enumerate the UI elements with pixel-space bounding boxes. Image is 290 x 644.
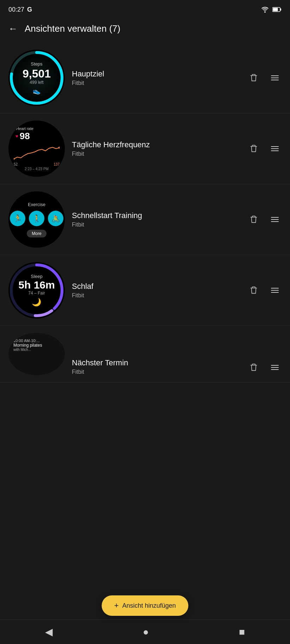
hr-max: 137: [54, 162, 60, 166]
sleep-value: 5h 16m: [18, 279, 55, 291]
battery-icon: [272, 7, 282, 12]
list-container: Steps 9,501 499 left 👟 Hauptziel Fitbit: [0, 43, 290, 418]
status-bar: 00:27 G: [0, 0, 290, 18]
hr-chart: [14, 143, 60, 162]
hr-label: Heart rate: [16, 126, 33, 131]
add-view-button[interactable]: + Ansicht hinzufügen: [101, 595, 189, 616]
list-item: Steps 9,501 499 left 👟 Hauptziel Fitbit: [0, 43, 290, 113]
list-item: Heart rate ♥ 98 52 137 2:23 – 4:23 PM Tä…: [0, 113, 290, 184]
item-actions: [246, 283, 282, 298]
steps-label: Steps: [23, 61, 51, 67]
google-icon: G: [27, 6, 32, 13]
delete-button[interactable]: [246, 360, 261, 375]
partial-event: Morning pilates: [13, 343, 60, 348]
item-actions: [246, 360, 282, 375]
status-time: 00:27: [8, 6, 24, 13]
item-subtitle: Fitbit: [72, 369, 239, 375]
watch-thumbnail-steps: Steps 9,501 499 left 👟: [8, 50, 65, 106]
delete-button[interactable]: [246, 212, 261, 227]
status-right: [261, 6, 282, 13]
item-info: Nächster Termin Fitbit: [72, 358, 239, 375]
svg-rect-1: [273, 8, 278, 11]
sleep-quality: 74 – Fair: [18, 291, 55, 296]
drag-handle[interactable]: [268, 362, 282, 373]
exercise-more-button[interactable]: More: [27, 230, 46, 237]
hr-value: 98: [20, 131, 30, 142]
plus-icon: +: [114, 601, 119, 610]
item-subtitle: Fitbit: [72, 80, 239, 86]
fab-label: Ansicht hinzufügen: [122, 602, 176, 609]
nav-recents-button[interactable]: ■: [228, 623, 255, 641]
sleep-moon-icon: 🌙: [18, 298, 55, 307]
drag-handle[interactable]: [268, 285, 282, 296]
drag-handle[interactable]: [268, 214, 282, 225]
svg-rect-2: [280, 8, 281, 11]
item-subtitle: Fitbit: [72, 292, 239, 299]
svg-point-6: [58, 147, 60, 149]
watch-thumbnail-heartrate: Heart rate ♥ 98 52 137 2:23 – 4:23 PM: [8, 120, 65, 177]
exercise-run-icon: 🏃: [10, 211, 25, 226]
watch-thumbnail-exercise: Exercise 🏃 🚶 🚴 More: [8, 191, 65, 248]
back-button[interactable]: ←: [8, 23, 18, 34]
delete-button[interactable]: [246, 70, 261, 86]
item-title: Hauptziel: [72, 69, 239, 79]
watch-thumbnail-partial: 10:00 AM-10:... Morning pilates with Mic…: [8, 333, 65, 375]
header: ← Ansichten verwalten (7): [0, 18, 290, 43]
item-title: Nächster Termin: [72, 358, 239, 367]
item-title: Schlaf: [72, 282, 239, 291]
drag-handle[interactable]: [268, 73, 282, 83]
steps-shoe-icon: 👟: [23, 87, 51, 95]
heart-icon: ♥: [16, 134, 18, 139]
delete-button[interactable]: [246, 283, 261, 298]
steps-left: 499 left: [23, 80, 51, 85]
status-left: 00:27 G: [8, 6, 32, 13]
item-actions: [246, 70, 282, 86]
list-item: 10:00 AM-10:... Morning pilates with Mic…: [0, 326, 290, 383]
item-actions: [246, 141, 282, 156]
item-subtitle: Fitbit: [72, 151, 239, 157]
nav-back-button[interactable]: ◀: [35, 623, 63, 641]
list-item: Exercise 🏃 🚶 🚴 More Schnellstart Trainin…: [0, 184, 290, 255]
fab-container: + Ansicht hinzufügen: [101, 595, 189, 616]
item-title: Tägliche Herzfrequenz: [72, 140, 239, 149]
sleep-label: Sleep: [18, 274, 55, 279]
exercise-bike-icon: 🚴: [48, 211, 63, 226]
hr-time: 2:23 – 4:23 PM: [25, 167, 49, 171]
partial-subevent: with Mich...: [13, 348, 60, 352]
item-actions: [246, 212, 282, 227]
wifi-icon: [261, 6, 269, 13]
item-info: Hauptziel Fitbit: [72, 69, 239, 86]
hr-min: 52: [14, 162, 18, 166]
nav-home-button[interactable]: ●: [132, 623, 160, 641]
bottom-nav: ◀ ● ■: [0, 619, 290, 644]
item-subtitle: Fitbit: [72, 222, 239, 228]
list-item: Sleep 5h 16m 74 – Fair 🌙 Schlaf Fitbit: [0, 255, 290, 326]
drag-handle[interactable]: [268, 143, 282, 154]
exercise-label: Exercise: [28, 202, 45, 207]
partial-time: 10:00 AM-10:...: [13, 339, 60, 343]
item-info: Schnellstart Training Fitbit: [72, 211, 239, 228]
item-title: Schnellstart Training: [72, 211, 239, 220]
exercise-walk-icon: 🚶: [29, 211, 44, 226]
item-info: Schlaf Fitbit: [72, 282, 239, 299]
item-info: Tägliche Herzfrequenz Fitbit: [72, 140, 239, 157]
steps-value: 9,501: [23, 68, 51, 79]
delete-button[interactable]: [246, 141, 261, 156]
page-title: Ansichten verwalten (7): [25, 23, 121, 34]
watch-thumbnail-sleep: Sleep 5h 16m 74 – Fair 🌙: [8, 262, 65, 318]
